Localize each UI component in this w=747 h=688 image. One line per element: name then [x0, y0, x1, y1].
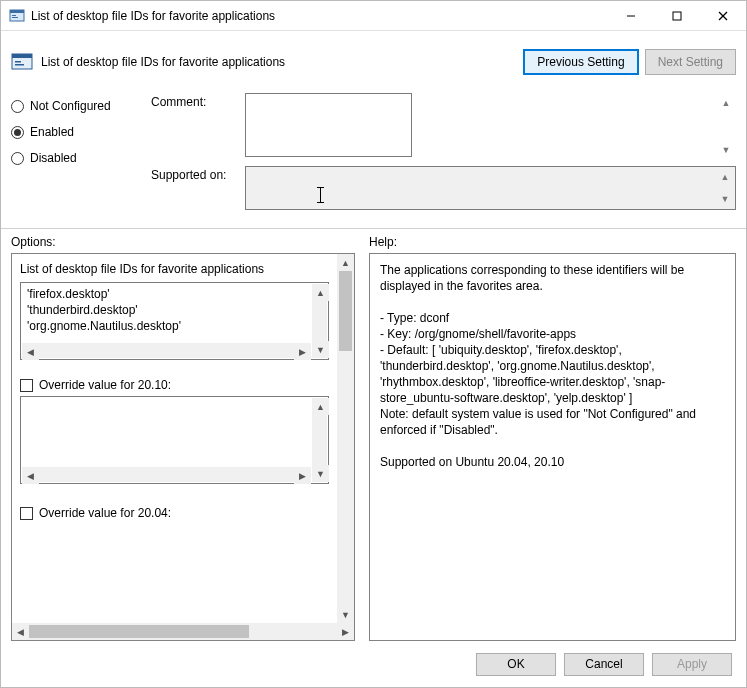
supported-on-box: ▲ ▼	[245, 166, 736, 210]
svg-rect-10	[15, 61, 21, 63]
dialog-footer: OK Cancel Apply	[1, 641, 746, 687]
checkbox-label: Override value for 20.10:	[39, 378, 171, 392]
ok-button[interactable]: OK	[476, 653, 556, 676]
apply-button[interactable]: Apply	[652, 653, 732, 676]
policy-icon	[11, 51, 33, 73]
radio-enabled[interactable]: Enabled	[11, 125, 151, 139]
minimize-button[interactable]	[608, 1, 654, 31]
scroll-up-icon[interactable]: ▲	[312, 398, 329, 415]
window-title: List of desktop file IDs for favorite ap…	[31, 9, 608, 23]
scroll-right-icon[interactable]: ▶	[294, 343, 311, 360]
radio-icon	[11, 100, 24, 113]
text-cursor-icon	[320, 187, 321, 203]
scroll-up-icon: ▲	[718, 95, 734, 111]
override-2010-listbox[interactable]: ▲ ▼ ◀ ▶	[20, 396, 329, 484]
scrollbar-thumb[interactable]	[339, 271, 352, 351]
checkbox-icon	[20, 507, 33, 520]
scroll-right-icon[interactable]: ▶	[337, 623, 354, 640]
top-section: Not Configured Enabled Disabled Comment:…	[1, 83, 746, 229]
titlebar: List of desktop file IDs for favorite ap…	[1, 1, 746, 31]
list-item[interactable]: 'firefox.desktop'	[27, 286, 322, 302]
scroll-left-icon[interactable]: ◀	[22, 343, 39, 360]
scroll-up-icon[interactable]: ▲	[312, 284, 329, 301]
state-radios: Not Configured Enabled Disabled	[11, 93, 151, 216]
app-icon	[9, 8, 25, 24]
header-title: List of desktop file IDs for favorite ap…	[41, 55, 523, 69]
svg-rect-3	[12, 17, 18, 18]
radio-icon	[11, 126, 24, 139]
options-label: Options:	[11, 235, 355, 249]
svg-rect-11	[15, 64, 24, 66]
maximize-button[interactable]	[654, 1, 700, 31]
radio-label: Enabled	[30, 125, 74, 139]
radio-label: Not Configured	[30, 99, 111, 113]
next-setting-button[interactable]: Next Setting	[645, 49, 736, 75]
lower-section: Options: List of desktop file IDs for fa…	[1, 229, 746, 641]
header-row: List of desktop file IDs for favorite ap…	[1, 31, 746, 83]
options-hscroll[interactable]: ◀ ▶	[12, 623, 354, 640]
favorite-apps-listbox[interactable]: 'firefox.desktop' 'thunderbird.desktop' …	[20, 282, 329, 360]
scroll-down-icon: ▼	[717, 191, 733, 207]
override-2004-checkbox[interactable]: Override value for 20.04:	[20, 506, 329, 520]
radio-disabled[interactable]: Disabled	[11, 151, 151, 165]
scrollbar-thumb[interactable]	[29, 625, 249, 638]
comment-label: Comment:	[151, 93, 245, 160]
scroll-up-icon[interactable]: ▲	[337, 254, 354, 271]
listbox-vscroll[interactable]: ▲ ▼	[312, 284, 327, 358]
radio-label: Disabled	[30, 151, 77, 165]
override-2010-checkbox[interactable]: Override value for 20.10:	[20, 378, 329, 392]
scroll-down-icon[interactable]: ▼	[337, 606, 354, 623]
scroll-right-icon[interactable]: ▶	[294, 467, 311, 484]
svg-rect-2	[12, 15, 16, 16]
listbox-hscroll[interactable]: ◀ ▶	[22, 343, 311, 358]
close-button[interactable]	[700, 1, 746, 31]
options-list-title: List of desktop file IDs for favorite ap…	[20, 262, 329, 276]
cancel-button[interactable]: Cancel	[564, 653, 644, 676]
radio-icon	[11, 152, 24, 165]
options-vscroll[interactable]: ▲ ▼	[337, 254, 354, 623]
scroll-left-icon[interactable]: ◀	[12, 623, 29, 640]
checkbox-label: Override value for 20.04:	[39, 506, 171, 520]
scroll-up-icon: ▲	[717, 169, 733, 185]
list-item[interactable]: 'org.gnome.Nautilus.desktop'	[27, 318, 322, 334]
scroll-down-icon: ▼	[718, 142, 734, 158]
comment-textarea[interactable]	[245, 93, 412, 157]
checkbox-icon	[20, 379, 33, 392]
scroll-left-icon[interactable]: ◀	[22, 467, 39, 484]
previous-setting-button[interactable]: Previous Setting	[523, 49, 638, 75]
svg-rect-9	[12, 54, 32, 58]
supported-on-label: Supported on:	[151, 166, 245, 210]
help-label: Help:	[369, 235, 736, 249]
listbox-vscroll[interactable]: ▲ ▼	[312, 398, 327, 482]
svg-rect-5	[673, 12, 681, 20]
scroll-down-icon[interactable]: ▼	[312, 341, 329, 358]
svg-rect-1	[10, 10, 24, 13]
scroll-down-icon[interactable]: ▼	[312, 465, 329, 482]
radio-not-configured[interactable]: Not Configured	[11, 99, 151, 113]
listbox-hscroll[interactable]: ◀ ▶	[22, 467, 311, 482]
list-item[interactable]: 'thunderbird.desktop'	[27, 302, 322, 318]
options-panel: List of desktop file IDs for favorite ap…	[11, 253, 355, 641]
help-text: The applications corresponding to these …	[369, 253, 736, 641]
